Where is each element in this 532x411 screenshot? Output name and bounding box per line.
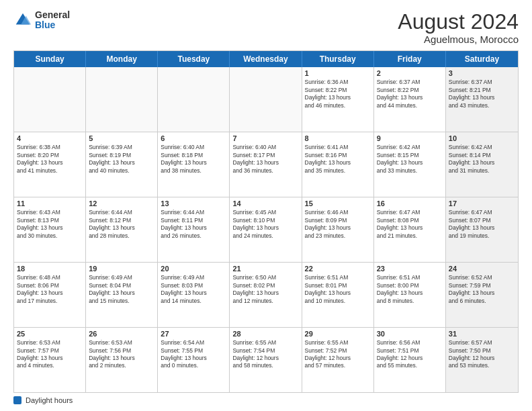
- day-number: 7: [232, 134, 298, 142]
- calendar-cell: 2Sunrise: 6:37 AM Sunset: 8:22 PM Daylig…: [374, 67, 446, 132]
- day-number: 12: [89, 199, 154, 208]
- day-number: 19: [89, 265, 154, 273]
- day-info: Sunrise: 6:53 AM Sunset: 7:57 PM Dayligh…: [17, 339, 83, 370]
- calendar-cell: 11Sunrise: 6:43 AM Sunset: 8:13 PM Dayli…: [14, 197, 86, 262]
- title-block: August 2024 Aguelmous, Morocco: [398, 10, 519, 45]
- day-info: Sunrise: 6:44 AM Sunset: 8:11 PM Dayligh…: [161, 209, 226, 240]
- day-info: Sunrise: 6:52 AM Sunset: 7:59 PM Dayligh…: [449, 274, 515, 305]
- day-info: Sunrise: 6:55 AM Sunset: 7:52 PM Dayligh…: [305, 339, 371, 370]
- calendar-cell: 9Sunrise: 6:42 AM Sunset: 8:15 PM Daylig…: [374, 132, 446, 197]
- main-title: August 2024: [398, 10, 519, 34]
- page: General Blue August 2024 Aguelmous, Moro…: [0, 0, 532, 411]
- calendar-cell: 12Sunrise: 6:44 AM Sunset: 8:12 PM Dayli…: [86, 197, 158, 262]
- day-info: Sunrise: 6:42 AM Sunset: 8:14 PM Dayligh…: [449, 144, 515, 175]
- calendar-cell: 27Sunrise: 6:54 AM Sunset: 7:55 PM Dayli…: [158, 328, 230, 392]
- day-number: 4: [17, 134, 83, 142]
- calendar-header-cell: Tuesday: [158, 51, 230, 67]
- day-info: Sunrise: 6:47 AM Sunset: 8:08 PM Dayligh…: [377, 209, 443, 240]
- day-number: 26: [89, 330, 154, 338]
- calendar-header-cell: Monday: [86, 51, 158, 67]
- day-info: Sunrise: 6:51 AM Sunset: 8:01 PM Dayligh…: [305, 274, 371, 305]
- calendar-cell: 10Sunrise: 6:42 AM Sunset: 8:14 PM Dayli…: [446, 132, 518, 197]
- calendar-cell: 31Sunrise: 6:57 AM Sunset: 7:50 PM Dayli…: [446, 328, 518, 392]
- calendar-body: 1Sunrise: 6:36 AM Sunset: 8:22 PM Daylig…: [14, 67, 518, 392]
- calendar-cell: 8Sunrise: 6:41 AM Sunset: 8:16 PM Daylig…: [302, 132, 374, 197]
- calendar-cell: 1Sunrise: 6:36 AM Sunset: 8:22 PM Daylig…: [302, 67, 374, 132]
- day-number: 10: [449, 134, 515, 142]
- calendar-cell: 15Sunrise: 6:46 AM Sunset: 8:09 PM Dayli…: [302, 197, 374, 262]
- day-number: 17: [449, 199, 515, 208]
- calendar: SundayMondayTuesdayWednesdayThursdayFrid…: [13, 50, 519, 393]
- day-number: 11: [17, 199, 83, 208]
- logo-icon: [13, 11, 32, 30]
- logo-blue: Blue: [35, 20, 70, 30]
- calendar-cell: 17Sunrise: 6:47 AM Sunset: 8:07 PM Dayli…: [446, 197, 518, 262]
- calendar-cell: [158, 67, 230, 132]
- day-info: Sunrise: 6:50 AM Sunset: 8:02 PM Dayligh…: [232, 274, 298, 305]
- footer-label: Daylight hours: [26, 396, 73, 404]
- calendar-cell: 23Sunrise: 6:51 AM Sunset: 8:00 PM Dayli…: [374, 263, 446, 327]
- day-info: Sunrise: 6:44 AM Sunset: 8:12 PM Dayligh…: [89, 209, 154, 240]
- day-number: 8: [305, 134, 371, 142]
- day-info: Sunrise: 6:48 AM Sunset: 8:06 PM Dayligh…: [17, 274, 83, 305]
- day-number: 30: [377, 330, 443, 338]
- day-number: 6: [161, 134, 226, 142]
- day-number: 16: [377, 199, 443, 208]
- day-number: 22: [305, 265, 371, 273]
- day-info: Sunrise: 6:57 AM Sunset: 7:50 PM Dayligh…: [449, 339, 515, 370]
- calendar-cell: 14Sunrise: 6:45 AM Sunset: 8:10 PM Dayli…: [230, 197, 302, 262]
- day-number: 14: [232, 199, 298, 208]
- day-info: Sunrise: 6:40 AM Sunset: 8:17 PM Dayligh…: [232, 144, 298, 175]
- day-number: 15: [305, 199, 371, 208]
- day-number: 27: [161, 330, 226, 338]
- logo-text: General Blue: [35, 10, 70, 31]
- calendar-cell: 20Sunrise: 6:49 AM Sunset: 8:03 PM Dayli…: [158, 263, 230, 327]
- day-number: 31: [449, 330, 515, 338]
- day-number: 24: [449, 265, 515, 273]
- day-number: 21: [232, 265, 298, 273]
- calendar-row: 25Sunrise: 6:53 AM Sunset: 7:57 PM Dayli…: [14, 328, 518, 392]
- day-info: Sunrise: 6:43 AM Sunset: 8:13 PM Dayligh…: [17, 209, 83, 240]
- calendar-cell: [230, 67, 302, 132]
- calendar-header-cell: Thursday: [302, 51, 374, 67]
- calendar-cell: 26Sunrise: 6:53 AM Sunset: 7:56 PM Dayli…: [86, 328, 158, 392]
- day-info: Sunrise: 6:36 AM Sunset: 8:22 PM Dayligh…: [305, 79, 371, 109]
- calendar-cell: 25Sunrise: 6:53 AM Sunset: 7:57 PM Dayli…: [14, 328, 86, 392]
- logo: General Blue: [13, 10, 70, 31]
- day-number: 20: [161, 265, 226, 273]
- day-info: Sunrise: 6:47 AM Sunset: 8:07 PM Dayligh…: [449, 209, 515, 240]
- calendar-row: 11Sunrise: 6:43 AM Sunset: 8:13 PM Dayli…: [14, 197, 518, 263]
- calendar-cell: 18Sunrise: 6:48 AM Sunset: 8:06 PM Dayli…: [14, 263, 86, 327]
- calendar-cell: 4Sunrise: 6:38 AM Sunset: 8:20 PM Daylig…: [14, 132, 86, 197]
- calendar-cell: 6Sunrise: 6:40 AM Sunset: 8:18 PM Daylig…: [158, 132, 230, 197]
- day-number: 13: [161, 199, 226, 208]
- header: General Blue August 2024 Aguelmous, Moro…: [13, 10, 519, 45]
- day-info: Sunrise: 6:38 AM Sunset: 8:20 PM Dayligh…: [17, 144, 83, 175]
- day-number: 2: [377, 69, 443, 77]
- day-info: Sunrise: 6:42 AM Sunset: 8:15 PM Dayligh…: [377, 144, 443, 175]
- logo-general: General: [35, 10, 70, 20]
- calendar-cell: 30Sunrise: 6:56 AM Sunset: 7:51 PM Dayli…: [374, 328, 446, 392]
- day-number: 28: [232, 330, 298, 338]
- day-info: Sunrise: 6:49 AM Sunset: 8:04 PM Dayligh…: [89, 274, 154, 305]
- day-info: Sunrise: 6:54 AM Sunset: 7:55 PM Dayligh…: [161, 339, 226, 370]
- calendar-cell: 13Sunrise: 6:44 AM Sunset: 8:11 PM Dayli…: [158, 197, 230, 262]
- day-info: Sunrise: 6:51 AM Sunset: 8:00 PM Dayligh…: [377, 274, 443, 305]
- footer: Daylight hours: [13, 396, 519, 404]
- calendar-header: SundayMondayTuesdayWednesdayThursdayFrid…: [14, 51, 518, 67]
- day-number: 5: [89, 134, 154, 142]
- day-info: Sunrise: 6:49 AM Sunset: 8:03 PM Dayligh…: [161, 274, 226, 305]
- calendar-cell: [86, 67, 158, 132]
- subtitle: Aguelmous, Morocco: [398, 34, 519, 45]
- calendar-cell: 28Sunrise: 6:55 AM Sunset: 7:54 PM Dayli…: [230, 328, 302, 392]
- calendar-header-cell: Friday: [374, 51, 446, 67]
- day-info: Sunrise: 6:40 AM Sunset: 8:18 PM Dayligh…: [161, 144, 226, 175]
- calendar-header-cell: Sunday: [14, 51, 86, 67]
- calendar-row: 4Sunrise: 6:38 AM Sunset: 8:20 PM Daylig…: [14, 132, 518, 197]
- calendar-cell: 19Sunrise: 6:49 AM Sunset: 8:04 PM Dayli…: [86, 263, 158, 327]
- calendar-cell: 7Sunrise: 6:40 AM Sunset: 8:17 PM Daylig…: [230, 132, 302, 197]
- day-info: Sunrise: 6:41 AM Sunset: 8:16 PM Dayligh…: [305, 144, 371, 175]
- calendar-cell: 16Sunrise: 6:47 AM Sunset: 8:08 PM Dayli…: [374, 197, 446, 262]
- calendar-cell: 29Sunrise: 6:55 AM Sunset: 7:52 PM Dayli…: [302, 328, 374, 392]
- daylight-dot: [13, 396, 21, 404]
